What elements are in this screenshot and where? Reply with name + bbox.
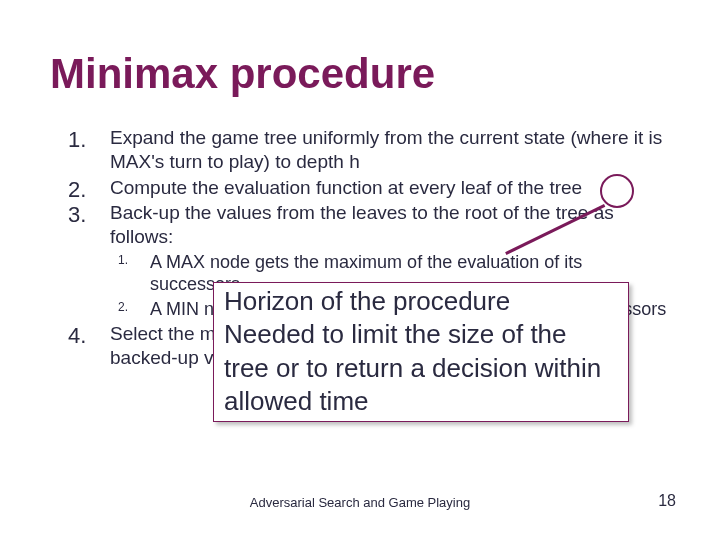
list-item-1-text: Expand the game tree uniformly from the …: [110, 127, 662, 172]
highlight-circle: [600, 174, 634, 208]
list-item-3-text: Back-up the values from the leaves to th…: [110, 202, 614, 247]
list-item-2: Compute the evaluation function at every…: [50, 176, 670, 200]
callout-box: Horizon of the procedure Needed to limit…: [213, 282, 629, 422]
page-number: 18: [658, 492, 676, 510]
list-item-1: Expand the game tree uniformly from the …: [50, 126, 670, 174]
callout-line-1: Horizon of the procedure: [224, 285, 618, 318]
slide-title: Minimax procedure: [50, 50, 670, 98]
slide-footer: Adversarial Search and Game Playing: [0, 495, 720, 510]
list-item-2-text: Compute the evaluation function at every…: [110, 177, 582, 198]
callout-line-2: Needed to limit the size of the tree or …: [224, 318, 618, 418]
